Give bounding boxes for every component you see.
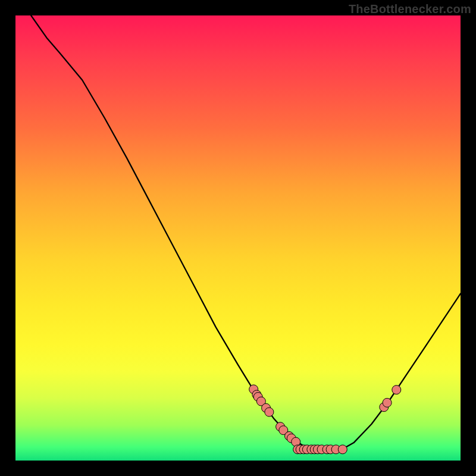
chart-overlay-svg: [15, 15, 461, 461]
curve-marker: [338, 445, 347, 454]
curve-markers: [249, 385, 401, 454]
curve-marker: [392, 386, 401, 394]
plot-area: [15, 15, 461, 461]
curve-marker: [383, 398, 392, 407]
chart-stage: TheBottlenecker.com: [0, 0, 476, 476]
watermark-text: TheBottlenecker.com: [349, 2, 471, 16]
curve-marker: [265, 408, 274, 416]
